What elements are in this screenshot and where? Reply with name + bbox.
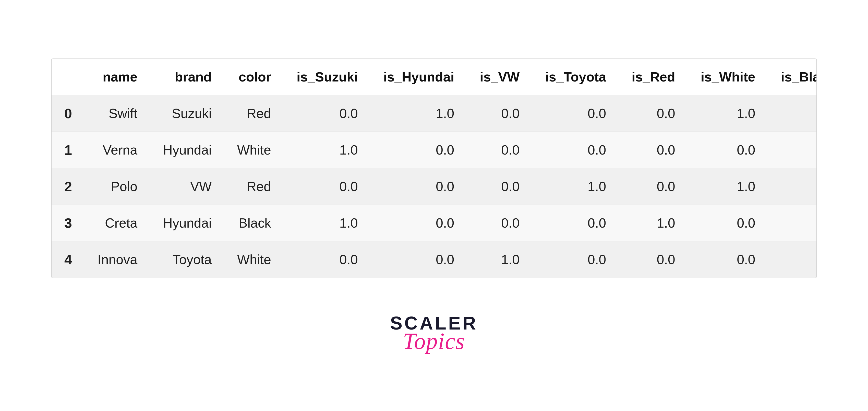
cell-name: Creta <box>85 205 150 241</box>
cell-name: Polo <box>85 168 150 205</box>
data-table-container: name brand color is_Suzuki is_Hyundai is… <box>51 58 817 278</box>
cell-is-toyota: 0.0 <box>532 131 619 168</box>
cell-is-toyota: 0.0 <box>532 241 619 278</box>
cell-is-black: 0.0 <box>768 95 817 132</box>
cell-color: White <box>224 131 284 168</box>
cell-color: Black <box>224 205 284 241</box>
table-row: 3 Creta Hyundai Black 1.0 0.0 0.0 0.0 1.… <box>52 205 817 241</box>
table-row: 1 Verna Hyundai White 1.0 0.0 0.0 0.0 0.… <box>52 131 817 168</box>
table-row: 0 Swift Suzuki Red 0.0 1.0 0.0 0.0 0.0 1… <box>52 95 817 132</box>
cell-is-toyota: 0.0 <box>532 95 619 132</box>
col-header-name: name <box>85 59 150 95</box>
cell-brand: Hyundai <box>150 205 224 241</box>
cell-is-white: 0.0 <box>688 131 768 168</box>
cell-is-vw: 0.0 <box>467 131 532 168</box>
cell-index: 0 <box>52 95 85 132</box>
cell-is-black: 1.0 <box>768 241 817 278</box>
cell-is-white: 0.0 <box>688 241 768 278</box>
cell-index: 3 <box>52 205 85 241</box>
cell-is-toyota: 1.0 <box>532 168 619 205</box>
scaler-logo: SCALER Topics <box>390 314 478 353</box>
cell-brand: Suzuki <box>150 95 224 132</box>
cell-is-hyundai: 0.0 <box>371 205 467 241</box>
cell-is-black: 0.0 <box>768 168 817 205</box>
cell-brand: Hyundai <box>150 131 224 168</box>
col-header-index <box>52 59 85 95</box>
col-header-is-red: is_Red <box>619 59 688 95</box>
cell-index: 4 <box>52 241 85 278</box>
table-header: name brand color is_Suzuki is_Hyundai is… <box>52 59 817 95</box>
col-header-is-black: is_Black <box>768 59 817 95</box>
table-row: 2 Polo VW Red 0.0 0.0 0.0 1.0 0.0 1.0 0.… <box>52 168 817 205</box>
cell-is-hyundai: 0.0 <box>371 241 467 278</box>
col-header-brand: brand <box>150 59 224 95</box>
header-row: name brand color is_Suzuki is_Hyundai is… <box>52 59 817 95</box>
cell-is-suzuki: 1.0 <box>284 131 371 168</box>
cell-is-hyundai: 1.0 <box>371 95 467 132</box>
cell-color: White <box>224 241 284 278</box>
cell-is-suzuki: 0.0 <box>284 168 371 205</box>
cell-brand: VW <box>150 168 224 205</box>
cell-brand: Toyota <box>150 241 224 278</box>
cell-is-vw: 1.0 <box>467 241 532 278</box>
cell-is-vw: 0.0 <box>467 95 532 132</box>
cell-is-red: 0.0 <box>619 131 688 168</box>
cell-is-vw: 0.0 <box>467 168 532 205</box>
table-row: 4 Innova Toyota White 0.0 0.0 1.0 0.0 0.… <box>52 241 817 278</box>
cell-is-black: 1.0 <box>768 131 817 168</box>
cell-name: Innova <box>85 241 150 278</box>
cell-is-hyundai: 0.0 <box>371 168 467 205</box>
cell-is-hyundai: 0.0 <box>371 131 467 168</box>
data-table: name brand color is_Suzuki is_Hyundai is… <box>52 59 817 278</box>
cell-is-black: 0.0 <box>768 205 817 241</box>
cell-is-red: 0.0 <box>619 168 688 205</box>
col-header-is-suzuki: is_Suzuki <box>284 59 371 95</box>
cell-color: Red <box>224 95 284 132</box>
cell-is-suzuki: 1.0 <box>284 205 371 241</box>
col-header-is-hyundai: is_Hyundai <box>371 59 467 95</box>
cell-is-toyota: 0.0 <box>532 205 619 241</box>
cell-is-red: 1.0 <box>619 205 688 241</box>
page-wrapper: name brand color is_Suzuki is_Hyundai is… <box>51 58 817 353</box>
table-body: 0 Swift Suzuki Red 0.0 1.0 0.0 0.0 0.0 1… <box>52 95 817 278</box>
cell-is-suzuki: 0.0 <box>284 241 371 278</box>
cell-index: 1 <box>52 131 85 168</box>
cell-name: Verna <box>85 131 150 168</box>
cell-index: 2 <box>52 168 85 205</box>
cell-name: Swift <box>85 95 150 132</box>
cell-is-white: 1.0 <box>688 168 768 205</box>
cell-is-suzuki: 0.0 <box>284 95 371 132</box>
cell-is-red: 0.0 <box>619 95 688 132</box>
topics-wordmark: Topics <box>403 330 465 353</box>
cell-is-white: 0.0 <box>688 205 768 241</box>
cell-is-white: 1.0 <box>688 95 768 132</box>
cell-color: Red <box>224 168 284 205</box>
col-header-is-vw: is_VW <box>467 59 532 95</box>
col-header-color: color <box>224 59 284 95</box>
col-header-is-toyota: is_Toyota <box>532 59 619 95</box>
brand-section: SCALER Topics <box>390 314 478 353</box>
col-header-is-white: is_White <box>688 59 768 95</box>
cell-is-vw: 0.0 <box>467 205 532 241</box>
cell-is-red: 0.0 <box>619 241 688 278</box>
